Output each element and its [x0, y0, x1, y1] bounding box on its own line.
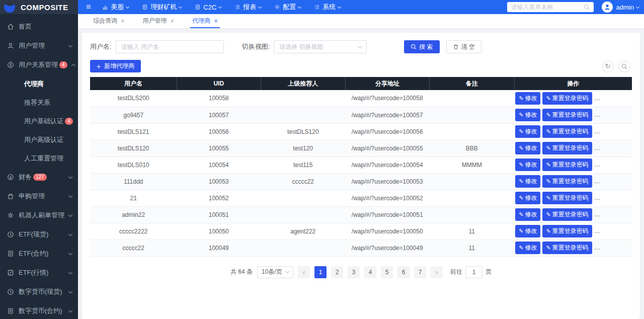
- prev-page-button[interactable]: ‹: [298, 266, 310, 278]
- action-button-重置登录密码[interactable]: ✎重置登录密码: [542, 109, 592, 121]
- cell-referrer: [261, 90, 345, 107]
- action-button-重置登录密码[interactable]: ✎重置登录密码: [542, 192, 592, 204]
- page-button-6[interactable]: 6: [397, 266, 410, 278]
- menu-search-box[interactable]: [507, 2, 594, 12]
- tab-label: 综合查询: [93, 17, 117, 25]
- page-button-1[interactable]: 1: [314, 266, 327, 278]
- search-icon: [584, 4, 590, 10]
- tab-close-icon[interactable]: ×: [171, 18, 175, 24]
- action-button-重置登录密码[interactable]: ✎重置登录密码: [542, 142, 592, 154]
- action-button-label: 重置登录密码: [552, 210, 589, 219]
- navbar-menu-C2C[interactable]: C2C: [188, 0, 228, 14]
- cell-uid: 100053: [177, 173, 261, 190]
- clock-icon: [7, 288, 14, 295]
- table-row: 21100052/wap/#/?usercode=100052✎修改✎重置登录密…: [90, 190, 632, 206]
- action-button-修改[interactable]: ✎修改: [515, 208, 540, 221]
- tab-用户管理[interactable]: 用户管理×: [134, 14, 184, 28]
- sidebar-subitem-代理商[interactable]: 代理商: [0, 74, 78, 93]
- action-button-重置登录密码[interactable]: ✎重置登录密码: [542, 92, 592, 105]
- action-button-重置登录密码[interactable]: ✎重置登录密码: [542, 242, 592, 254]
- sidebar-item-label: 财务127: [19, 173, 64, 182]
- chevron-down-icon: [68, 289, 72, 293]
- action-button-label: 修改: [525, 161, 537, 169]
- cell-referrer: testDLS120: [261, 123, 345, 140]
- sidebar-subitem-人工重置管理[interactable]: 人工重置管理: [0, 149, 78, 168]
- sidebar-item-ETF(合约)[interactable]: ETF(合约): [0, 244, 78, 263]
- tab-代理商[interactable]: 代理商×: [183, 14, 227, 28]
- action-button-重置登录密码[interactable]: ✎重置登录密码: [542, 125, 592, 138]
- action-button-重置登录密码[interactable]: ✎重置登录密码: [542, 158, 592, 171]
- zoom-button[interactable]: [618, 60, 630, 72]
- sidebar-item-用户管理[interactable]: 用户管理: [0, 36, 78, 55]
- view-select[interactable]: 请选择 切换视图: [274, 40, 367, 53]
- sidebar-subitem-推荐关系[interactable]: 推荐关系: [0, 93, 78, 112]
- sidebar-item-机器人刷单管理[interactable]: 机器人刷单管理: [0, 206, 78, 225]
- navbar-menu-理财矿机[interactable]: 理财矿机: [135, 0, 188, 14]
- action-button-label: 谷歌验证: [604, 210, 628, 219]
- chevron-down-icon: [298, 5, 301, 8]
- column-header-上级推荐人: 上级推荐人: [261, 77, 345, 90]
- navbar-menu-label: 系统: [323, 3, 336, 12]
- sidebar-subitem-text: 人工重置管理: [24, 154, 63, 163]
- tab-综合查询[interactable]: 综合查询×: [84, 14, 134, 28]
- add-agent-button[interactable]: + 新增代理商: [90, 60, 141, 72]
- navbar-menu-label: 报表: [243, 3, 256, 12]
- action-button-修改[interactable]: ✎修改: [515, 125, 540, 138]
- add-agent-button-label: 新增代理商: [104, 62, 134, 70]
- clear-button[interactable]: 清 空: [446, 40, 481, 53]
- cell-uid: 100051: [177, 206, 261, 223]
- action-button-修改[interactable]: ✎修改: [515, 242, 540, 254]
- edit-icon: ✎: [519, 145, 523, 151]
- sidebar-item-财务[interactable]: 财务127: [0, 168, 78, 187]
- sidebar-subitem-用户基础认证[interactable]: 用户基础认证4: [0, 112, 78, 130]
- navbar-menus: 美股理财矿机C2C报表配置系统: [96, 0, 347, 14]
- navbar-menu-报表[interactable]: 报表: [228, 0, 268, 14]
- sidebar-item-ETF(行情)[interactable]: ETF(行情): [0, 263, 78, 282]
- total-count-label: 共 64 条: [230, 268, 253, 276]
- page-button-5[interactable]: 5: [381, 266, 393, 278]
- page-button-2[interactable]: 2: [331, 266, 343, 278]
- username-filter-input[interactable]: [116, 40, 224, 53]
- action-button-重置登录密码[interactable]: ✎重置登录密码: [542, 208, 592, 221]
- action-button-修改[interactable]: ✎修改: [515, 142, 540, 154]
- sidebar-item-申购管理[interactable]: 申购管理: [0, 187, 78, 206]
- sidebar-collapse-icon[interactable]: ≡: [86, 3, 91, 11]
- goto-page-input[interactable]: [465, 266, 482, 278]
- action-button-修改[interactable]: ✎修改: [515, 92, 540, 105]
- sidebar-subitem-用户高级认证[interactable]: 用户高级认证: [0, 130, 78, 149]
- menu-search-input[interactable]: [511, 4, 581, 11]
- sidebar-item-首页[interactable]: 首页: [0, 17, 78, 36]
- edit-icon: ✎: [519, 179, 523, 184]
- sidebar-item-数字货币(现货)[interactable]: 数字货币(现货): [0, 282, 78, 301]
- navbar-menu-美股[interactable]: 美股: [96, 0, 135, 14]
- username-label[interactable]: admin: [616, 4, 634, 11]
- page-size-select[interactable]: 10条/页: [257, 266, 293, 278]
- tab-close-icon[interactable]: ×: [121, 18, 125, 24]
- next-page-button[interactable]: ›: [431, 266, 443, 278]
- user-avatar[interactable]: [602, 2, 613, 13]
- sidebar-item-用户关系管理[interactable]: 用户关系管理4: [0, 55, 78, 74]
- action-button-重置登录密码[interactable]: ✎重置登录密码: [542, 225, 592, 237]
- sidebar-item-ETF(现货)[interactable]: ETF(现货): [0, 225, 78, 244]
- action-button-修改[interactable]: ✎修改: [515, 109, 540, 121]
- tab-label: 用户管理: [143, 17, 167, 25]
- action-button-修改[interactable]: ✎修改: [515, 225, 540, 237]
- tab-close-icon[interactable]: ×: [214, 18, 218, 24]
- sidebar-item-数字货币(合约)[interactable]: 数字货币(合约): [0, 301, 78, 319]
- action-button-修改[interactable]: ✎修改: [515, 158, 540, 171]
- navbar-menu-系统[interactable]: 系统: [307, 0, 347, 14]
- page-buttons: 1234567: [314, 266, 426, 278]
- action-button-修改[interactable]: ✎修改: [515, 192, 540, 204]
- action-button-修改[interactable]: ✎修改: [515, 175, 540, 188]
- navbar-menu-配置[interactable]: 配置: [268, 0, 307, 14]
- action-button-重置登录密码[interactable]: ✎重置登录密码: [542, 175, 592, 188]
- cell-actions: ✎修改✎重置登录密码✎谷歌验证: [514, 173, 632, 190]
- search-button[interactable]: 搜 索: [404, 40, 439, 53]
- page-button-4[interactable]: 4: [364, 266, 376, 278]
- page-button-3[interactable]: 3: [348, 266, 360, 278]
- table-row: 111ddd100053ccccc22/wap/#/?usercode=1000…: [90, 173, 632, 190]
- user-dropdown-chevron-icon[interactable]: [636, 5, 639, 8]
- refresh-button[interactable]: ↻: [602, 60, 614, 72]
- cell-referrer: ccccc22: [261, 173, 345, 190]
- page-button-7[interactable]: 7: [414, 266, 426, 278]
